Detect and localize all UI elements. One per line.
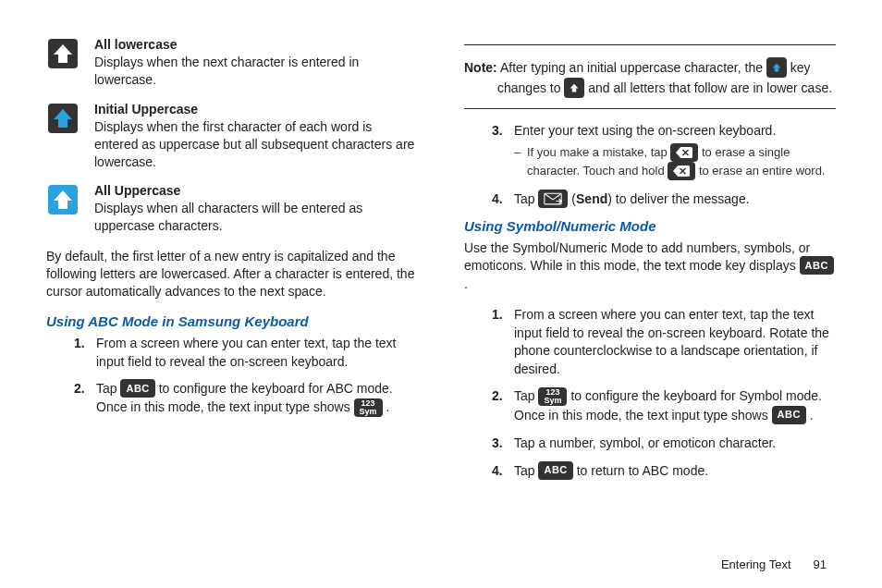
page-number: 91 — [814, 557, 827, 571]
step-text: From a screen where you can enter text, … — [514, 307, 829, 376]
abc-mode-heading: Using ABC Mode in Samsung Keyboard — [46, 313, 418, 329]
step-number: 2. — [74, 380, 85, 398]
shift-initial-upper-icon — [564, 78, 584, 98]
step-3: 3. Enter your text using the on-screen k… — [492, 122, 836, 181]
default-behavior-para: By default, the first letter of a new en… — [46, 248, 418, 300]
s4d: ) to deliver the message. — [607, 191, 749, 206]
def-title: Initial Uppercase — [94, 102, 418, 116]
shift-all-upper-icon — [46, 183, 80, 216]
page-footer: Entering Text 91 — [721, 557, 827, 571]
s2a: Tap — [514, 388, 538, 403]
s4b: to return to ABC mode. — [577, 463, 708, 478]
sub-c: to erase an entire word. — [699, 164, 826, 178]
step-4: 4. Tap ABC to return to ABC mode. — [492, 462, 836, 481]
shift-lowercase-icon — [46, 37, 80, 70]
note-label: Note: — [464, 60, 497, 75]
definition-text: All lowercase Displays when the next cha… — [94, 37, 418, 89]
step-text-a: Tap — [96, 381, 120, 396]
shift-state-lowercase: All lowercase Displays when the next cha… — [46, 37, 418, 89]
def-title: All Uppercase — [94, 183, 418, 198]
step-number: 3. — [492, 122, 503, 141]
note-text-a: After typing an initial uppercase charac… — [500, 60, 766, 75]
abc-key-icon: ABC — [772, 406, 806, 424]
step-text-c: . — [386, 399, 390, 414]
step-4: 4. Tap (Send) to deliver the message. — [492, 190, 836, 209]
rule-bottom — [464, 108, 836, 109]
send-key-icon — [538, 190, 568, 208]
step-number: 1. — [492, 306, 503, 325]
sub-a: If you make a mistake, tap — [527, 145, 670, 159]
shift-state-all-upper: All Uppercase Displays when all characte… — [46, 183, 418, 235]
step-1: 1. From a screen where you can enter tex… — [492, 306, 836, 378]
step-number: 1. — [74, 335, 85, 353]
shift-lowercase-icon — [766, 57, 787, 78]
rule-top — [464, 44, 836, 45]
intro-a: Use the Symbol/Numeric Mode to add numbe… — [464, 240, 810, 273]
shift-state-initial-upper: Initial Uppercase Displays when the firs… — [46, 102, 418, 171]
step-2: 2. Tap 123Sym to configure the keyboard … — [492, 387, 836, 425]
abc-key-icon: ABC — [120, 379, 154, 398]
s2c: . — [810, 408, 814, 423]
note-block: Note: After typing an initial uppercase … — [464, 58, 836, 99]
sym-key-icon: 123Sym — [538, 387, 567, 406]
def-body: Displays when all characters will be ent… — [94, 200, 418, 235]
abc-key-icon: ABC — [538, 461, 572, 480]
step-number: 2. — [492, 387, 503, 406]
def-body: Displays when the first character of eac… — [94, 118, 418, 171]
backspace-key-icon — [668, 162, 695, 180]
section-name: Entering Text — [721, 557, 791, 571]
abc-key-icon: ABC — [800, 256, 834, 275]
definition-text: All Uppercase Displays when all characte… — [94, 183, 418, 235]
step-number: 4. — [492, 462, 503, 481]
shift-initial-upper-icon — [46, 102, 80, 135]
symbol-mode-steps: 1. From a screen where you can enter tex… — [464, 306, 836, 481]
s4a: Tap — [514, 191, 538, 206]
definition-text: Initial Uppercase Displays when the firs… — [94, 102, 418, 171]
step-text: Tap a number, symbol, or emoticon charac… — [514, 435, 776, 450]
abc-mode-steps: 1. From a screen where you can enter tex… — [46, 335, 418, 418]
step-text: From a screen where you can enter text, … — [96, 336, 397, 369]
backspace-key-icon — [670, 143, 698, 162]
sub-bullet: If you make a mistake, tap to erase a si… — [514, 144, 836, 181]
step-1: 1. From a screen where you can enter tex… — [74, 335, 418, 371]
send-label: Send — [576, 191, 607, 206]
note-text-c: and all letters that follow are in lower… — [588, 80, 832, 95]
step-number: 3. — [492, 435, 503, 453]
symbol-mode-intro: Use the Symbol/Numeric Mode to add numbe… — [464, 239, 836, 293]
def-body: Displays when the next character is ente… — [94, 54, 418, 89]
left-column: All lowercase Displays when the next cha… — [46, 37, 427, 570]
step-text: Enter your text using the on-screen keyb… — [514, 123, 776, 138]
intro-b: . — [464, 276, 468, 291]
s4a: Tap — [514, 463, 538, 478]
sym-key-icon: 123Sym — [354, 398, 383, 417]
abc-mode-steps-cont: 3. Enter your text using the on-screen k… — [464, 122, 836, 209]
right-column: Note: After typing an initial uppercase … — [455, 37, 836, 570]
def-title: All lowercase — [94, 37, 418, 52]
symbol-mode-heading: Using Symbol/Numeric Mode — [464, 218, 836, 234]
step-number: 4. — [492, 190, 503, 209]
step-2: 2. Tap ABC to configure the keyboard for… — [74, 380, 418, 418]
step-3: 3. Tap a number, symbol, or emoticon cha… — [492, 435, 836, 453]
